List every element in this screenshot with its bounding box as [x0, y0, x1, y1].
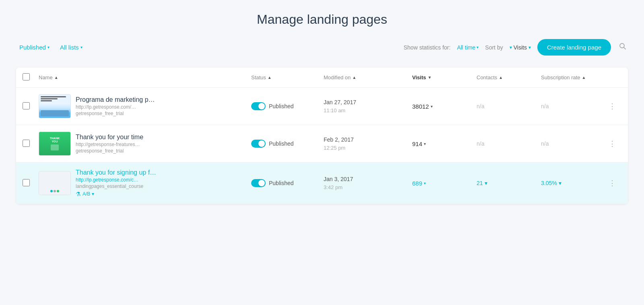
row2-status-toggle[interactable]	[251, 140, 266, 148]
row2-details: Thank you for your time http://getrespon…	[76, 134, 143, 154]
thumb-line	[41, 98, 58, 99]
row3-thumbnail	[39, 171, 71, 195]
row2-url: http://getresponse-freatures…	[76, 142, 143, 147]
row1-url: http://lp.getresponse.com/…	[76, 104, 155, 110]
row1-actions-cell: ⋮	[605, 100, 621, 112]
row1-visits-arrow-icon: ▾	[431, 104, 433, 109]
row3-details: Thank you for signing up f… http://lp.ge…	[76, 169, 156, 197]
filter-lists-button[interactable]: All lists ▾	[57, 42, 86, 52]
row1-name[interactable]: Programa de marketing p…	[76, 96, 155, 103]
row2-list: getresponse_free_trial	[76, 148, 143, 154]
show-stats-button[interactable]: All time ▾	[457, 44, 479, 51]
page-title: Manage landing pages	[16, 12, 628, 27]
col-header-modified[interactable]: Modified on ▲	[324, 74, 412, 80]
row3-page-info: Thank you for signing up f… http://lp.ge…	[39, 169, 251, 197]
row1-status-cell: Published	[251, 102, 324, 110]
row1-sub-rate-cell: n/a	[541, 103, 605, 109]
col-header-visits[interactable]: Visits ▼	[412, 74, 477, 80]
table-row: Thank you for signing up f… http://lp.ge…	[16, 163, 628, 204]
modified-sort-icon: ▲	[352, 75, 356, 80]
row2-name[interactable]: Thank you for your time	[76, 134, 143, 141]
row1-more-button[interactable]: ⋮	[605, 100, 620, 112]
thumb-dots	[50, 190, 59, 192]
row2-thumbnail: THANKYOU	[39, 132, 71, 156]
row3-contacts-cell[interactable]: 21 ▾	[477, 180, 541, 186]
sort-dropdown-icon: ▾	[528, 45, 531, 50]
filter-status-label: Published	[19, 44, 46, 51]
row1-checkbox-cell	[23, 102, 39, 111]
row2-sub-rate-value: n/a	[541, 140, 549, 147]
thumb-bottom	[41, 110, 69, 116]
row2-status-text: Published	[269, 140, 294, 147]
row3-visits-arrow-icon: ▾	[424, 181, 426, 185]
row1-list: getresponse_free_trial	[76, 111, 155, 116]
sort-value: Visits	[514, 44, 527, 51]
name-sort-icon: ▲	[54, 75, 58, 80]
table-header: Name ▲ Status ▲ Modified on ▲ Visits ▼ C…	[16, 68, 628, 88]
row3-ab-test[interactable]: ⚗ A/B ▾	[76, 191, 156, 197]
sort-label: Sort by	[485, 44, 503, 51]
row3-visits-value: 689	[412, 180, 422, 187]
row1-date-cell: Jan 27, 2017 11:10 am	[324, 98, 412, 115]
row2-contacts-cell: n/a	[477, 140, 541, 147]
row3-more-button[interactable]: ⋮	[605, 177, 620, 189]
create-landing-page-button[interactable]: Create landing page	[537, 39, 611, 56]
row3-visits-cell[interactable]: 689 ▾	[412, 180, 477, 187]
row1-checkbox[interactable]	[23, 102, 30, 109]
row2-checkbox-cell	[23, 140, 39, 148]
row1-date: Jan 27, 2017	[324, 98, 412, 107]
row1-status-toggle[interactable]	[251, 102, 266, 110]
thumb-dot	[50, 190, 53, 192]
thumb-line	[41, 96, 66, 97]
row1-visits-value: 38012	[412, 103, 429, 110]
row3-url: http://lp.getresponse.com/c…	[76, 177, 156, 183]
row2-more-button[interactable]: ⋮	[605, 138, 620, 150]
col-header-name[interactable]: Name ▲	[39, 74, 251, 80]
row1-page-info: Programa de marketing p… http://lp.getre…	[39, 94, 251, 118]
row2-actions-cell: ⋮	[605, 138, 621, 150]
row2-visits-arrow-icon: ▾	[424, 142, 426, 146]
filter-status-arrow-icon: ▾	[47, 45, 50, 49]
row3-checkbox[interactable]	[23, 179, 30, 186]
show-stats-prefix: Show statistics for:	[404, 44, 451, 51]
filter-status-button[interactable]: Published ▾	[16, 42, 53, 52]
show-stats-value: All time	[457, 44, 475, 51]
filter-lists-arrow-icon: ▾	[80, 45, 83, 49]
row2-checkbox[interactable]	[23, 140, 30, 147]
row2-contacts-value: n/a	[477, 140, 484, 147]
thumb-ty-text: THANKYOU	[50, 137, 60, 144]
col-header-subscription-rate[interactable]: Subscription rate ▲	[541, 74, 605, 80]
row3-sub-rate-cell[interactable]: 3.05% ▾	[541, 180, 605, 186]
select-all-checkbox[interactable]	[23, 73, 30, 80]
ab-icon: ⚗	[76, 191, 81, 197]
row1-sub-rate-value: n/a	[541, 103, 549, 109]
col-header-contacts[interactable]: Contacts ▲	[477, 74, 541, 80]
row3-name[interactable]: Thank you for signing up f…	[76, 169, 156, 176]
row1-visits-cell[interactable]: 38012 ▾	[412, 103, 477, 110]
row2-time: 12:25 pm	[324, 144, 412, 152]
row3-actions-cell: ⋮	[605, 177, 621, 189]
row2-visits-cell[interactable]: 914 ▾	[412, 140, 477, 147]
row3-status-text: Published	[269, 180, 294, 186]
row3-sub-rate-arrow-icon: ▾	[559, 180, 561, 186]
header-checkbox-cell	[23, 73, 39, 82]
thumb-dot	[54, 190, 56, 192]
visits-sort-icon: ▼	[427, 75, 431, 80]
row1-details: Programa de marketing p… http://lp.getre…	[76, 96, 155, 116]
svg-line-1	[624, 47, 625, 49]
row3-list: landingpages_essential_course	[76, 183, 156, 189]
row3-contacts-arrow-icon: ▾	[485, 180, 487, 186]
row3-contacts-value: 21	[477, 180, 483, 186]
sort-by-button[interactable]: ▾ Visits ▾	[510, 44, 531, 51]
toolbar-right: Show statistics for: All time ▾ Sort by …	[404, 39, 628, 56]
search-button[interactable]	[617, 41, 628, 54]
row3-status-toggle[interactable]	[251, 179, 266, 187]
row1-status-text: Published	[269, 103, 294, 109]
thumb-ty-person	[51, 144, 59, 150]
sort-icon: ▾	[510, 45, 512, 50]
table-row: THANKYOU Thank you for your time http://…	[16, 125, 628, 163]
subscription-sort-icon: ▲	[582, 75, 586, 80]
row2-page-info: THANKYOU Thank you for your time http://…	[39, 132, 251, 156]
row2-date-cell: Feb 2, 2017 12:25 pm	[324, 136, 412, 152]
col-header-status[interactable]: Status ▲	[251, 74, 324, 80]
